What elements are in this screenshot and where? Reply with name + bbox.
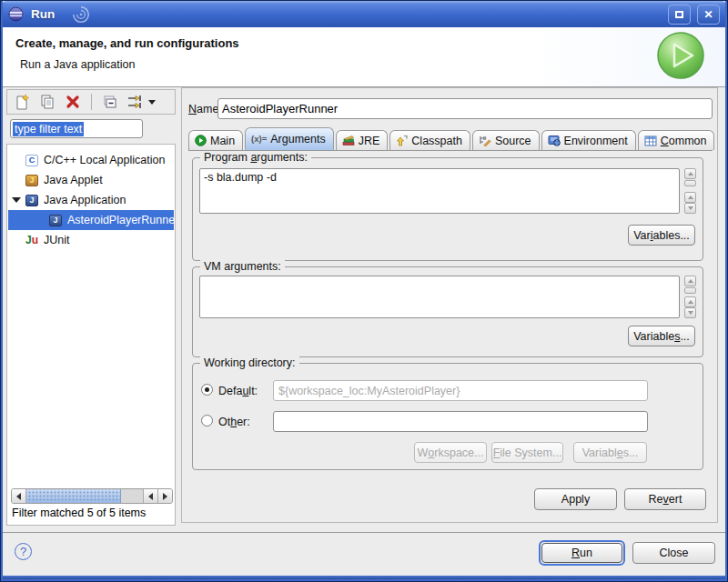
tree-horizontal-scrollbar[interactable] (11, 488, 173, 504)
scroll-up-button[interactable] (684, 276, 696, 286)
delete-configuration-button[interactable] (64, 93, 82, 111)
window-title: Run (31, 7, 55, 21)
header-subtitle: Run a Java application (20, 58, 135, 71)
new-configuration-button[interactable] (13, 93, 31, 111)
close-button[interactable]: Close (632, 542, 715, 564)
close-window-button[interactable]: ✕ (697, 5, 720, 25)
default-label[interactable]: Default: (218, 385, 258, 397)
scroll-up-button-2[interactable] (684, 296, 696, 307)
working-directory-group: Working directory: Default: ${workspace_… (192, 363, 703, 470)
tab-environment[interactable]: Environment (541, 130, 636, 150)
header-title: Create, manage, and run configurations (15, 36, 239, 50)
default-directory-field: ${workspace_loc:MyAsteroidPlayer} (273, 380, 648, 401)
maximize-icon (675, 11, 683, 18)
directory-variables-button[interactable]: Variables... (573, 442, 647, 463)
junit-icon: Ju (25, 233, 39, 247)
tree-item-junit[interactable]: Ju JUnit (8, 230, 174, 250)
titlebar[interactable]: Run ✕ (1, 1, 727, 27)
collapse-all-icon (102, 94, 118, 110)
duplicate-configuration-button[interactable] (38, 93, 56, 111)
environment-tab-icon (548, 135, 561, 146)
common-tab-icon (644, 135, 657, 146)
java-application-icon: J (25, 193, 39, 207)
run-button[interactable]: Run (541, 543, 622, 563)
java-application-icon: J (48, 213, 63, 227)
close-icon: ✕ (703, 8, 713, 21)
collapse-all-button[interactable] (101, 93, 119, 111)
scroll-down-button[interactable] (684, 203, 696, 214)
help-button[interactable]: ? (15, 543, 32, 560)
filter-status-text: Filter matched 5 of 5 items (12, 507, 146, 519)
eclipse-logo-icon (8, 6, 24, 22)
workspace-button[interactable]: Workspace... (414, 442, 487, 463)
expander-icon[interactable] (12, 197, 21, 203)
vm-arguments-legend: VM arguments: (200, 260, 285, 273)
configurations-tree: C C/C++ Local Application J Java Applet … (6, 144, 176, 526)
duplicate-icon (39, 94, 56, 110)
delete-icon (66, 95, 80, 109)
tab-arguments[interactable]: (x)= Arguments (245, 127, 334, 150)
run-button-focus-ring: Run (539, 540, 625, 566)
tree-item-java-applet[interactable]: J Java Applet (8, 170, 174, 190)
program-variables-button[interactable]: Variables... (628, 225, 695, 246)
swirl-icon (71, 5, 91, 25)
configuration-tabs: Main (x)= Arguments JRE Classpath (188, 128, 713, 151)
vm-arguments-scrollbar[interactable] (684, 276, 696, 318)
other-directory-field[interactable] (273, 411, 648, 432)
footer-separator (1, 532, 727, 533)
apply-button[interactable]: Apply (534, 488, 617, 510)
arguments-tab-icon: (x)= (251, 134, 267, 144)
toolbar-separator (91, 94, 92, 110)
scroll-up-button[interactable] (684, 168, 696, 179)
c-application-icon: C (25, 153, 39, 167)
program-arguments-group: Program arguments: -s bla.dump -d Variab… (192, 157, 703, 261)
run-play-icon (655, 30, 706, 81)
vm-variables-button[interactable]: Variables... (628, 326, 695, 346)
tab-jre[interactable]: JRE (336, 130, 389, 150)
program-arguments-legend: Program arguments: (200, 151, 311, 164)
file-system-button[interactable]: File System... (491, 442, 563, 463)
tree-item-asteroidplayerrunner[interactable]: J AsteroidPlayerRunner (8, 210, 174, 230)
name-input[interactable] (217, 98, 713, 119)
program-arguments-textarea[interactable]: -s bla.dump -d (199, 168, 680, 214)
vm-arguments-textarea[interactable] (199, 276, 680, 318)
java-applet-icon: J (25, 173, 39, 187)
filter-input[interactable]: type filter text (10, 119, 143, 138)
tab-main[interactable]: Main (188, 130, 243, 150)
scrollbar-thumb[interactable] (26, 489, 121, 503)
source-tab-icon (479, 135, 491, 146)
classpath-tab-icon (396, 135, 408, 146)
filter-text: type filter text (13, 122, 84, 136)
other-label[interactable]: Other: (218, 416, 250, 428)
scrollbar-thumb[interactable] (684, 180, 696, 186)
jre-tab-icon (342, 135, 355, 146)
tree-item-java-application[interactable]: J Java Application (8, 190, 174, 210)
run-dialog: Run ✕ Create, manage, and run configurat… (0, 0, 728, 582)
scroll-up-button-2[interactable] (684, 192, 696, 203)
tree-item-c-cpp-local-application[interactable]: C C/C++ Local Application (8, 150, 174, 170)
configuration-panel: Name: Main (x)= Arguments JRE (181, 87, 718, 523)
tab-common[interactable]: Common (638, 130, 715, 150)
tab-classpath[interactable]: Classpath (389, 130, 470, 150)
default-radio[interactable] (201, 384, 213, 396)
maximize-button[interactable] (668, 5, 691, 25)
revert-button[interactable]: Revert (624, 488, 706, 510)
other-radio[interactable] (201, 415, 213, 426)
scroll-right-button[interactable] (157, 489, 172, 503)
new-configuration-icon (14, 94, 30, 110)
tab-source[interactable]: Source (472, 130, 540, 150)
filter-configurations-button[interactable] (126, 93, 145, 111)
vm-arguments-group: VM arguments: Variables... (192, 266, 703, 357)
filter-icon (127, 94, 145, 110)
main-tab-icon (195, 135, 207, 146)
scrollbar-thumb[interactable] (684, 287, 696, 294)
program-arguments-scrollbar[interactable] (684, 168, 696, 214)
window-bottom-border (1, 576, 727, 581)
scroll-down-button[interactable] (684, 307, 696, 318)
scroll-left-button[interactable] (12, 489, 26, 503)
dialog-header: Create, manage, and run configurations R… (1, 27, 727, 87)
filter-menu-arrow-icon[interactable] (148, 100, 156, 105)
scroll-left-button-2[interactable] (143, 489, 157, 503)
configurations-toolbar (6, 89, 176, 115)
working-directory-legend: Working directory: (200, 356, 299, 369)
